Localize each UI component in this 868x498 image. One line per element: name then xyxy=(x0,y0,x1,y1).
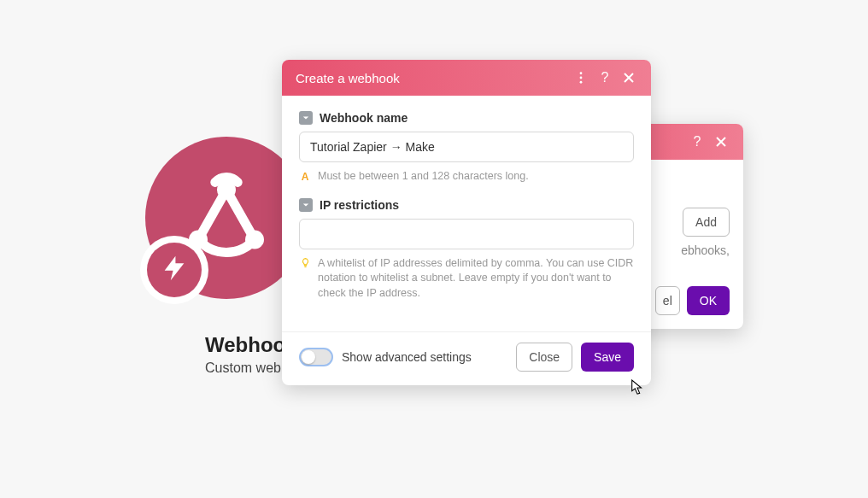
close-icon[interactable] xyxy=(709,130,733,154)
svg-point-5 xyxy=(580,81,583,84)
webhook-name-input[interactable] xyxy=(299,132,634,162)
lightbulb-icon xyxy=(299,257,311,268)
collapse-icon[interactable] xyxy=(299,198,313,212)
ip-restrictions-input[interactable] xyxy=(299,219,634,249)
dialog-header: Create a webhook ? xyxy=(282,60,651,96)
more-icon[interactable] xyxy=(569,66,593,90)
field-label: IP restrictions xyxy=(320,198,399,212)
module-subtitle: Custom webh xyxy=(205,360,289,376)
svg-point-3 xyxy=(580,72,583,74)
field-hint: Must be between 1 and 128 characters lon… xyxy=(318,169,529,185)
add-button[interactable]: Add xyxy=(683,208,730,237)
dialog-create-webhook: Create a webhook ? Webhook name A Must b… xyxy=(282,60,651,385)
module-trigger-badge xyxy=(140,236,208,304)
help-icon[interactable]: ? xyxy=(593,66,617,90)
field-ip-restrictions: IP restrictions A whitelist of IP addres… xyxy=(299,198,634,302)
help-icon[interactable]: ? xyxy=(685,130,709,154)
advanced-settings-label: Show advanced settings xyxy=(342,350,507,364)
field-label: Webhook name xyxy=(320,111,408,125)
close-icon[interactable] xyxy=(617,66,641,90)
dialog-footer: Show advanced settings Close Save xyxy=(282,331,651,385)
ok-button[interactable]: OK xyxy=(687,286,730,315)
svg-point-4 xyxy=(580,77,583,79)
dialog-title: Create a webhook xyxy=(296,71,400,85)
lightning-icon xyxy=(160,254,189,286)
advanced-settings-toggle[interactable] xyxy=(299,348,333,366)
cancel-button-fragment[interactable]: el xyxy=(655,286,680,315)
field-hint: A whitelist of IP addresses delimited by… xyxy=(318,256,634,302)
save-button[interactable]: Save xyxy=(581,343,634,372)
module-title: Webhoo xyxy=(205,333,285,357)
warning-icon: A xyxy=(299,170,311,185)
collapse-icon[interactable] xyxy=(299,111,313,125)
close-button[interactable]: Close xyxy=(516,343,572,372)
field-webhook-name: Webhook name A Must be between 1 and 128… xyxy=(299,111,634,185)
